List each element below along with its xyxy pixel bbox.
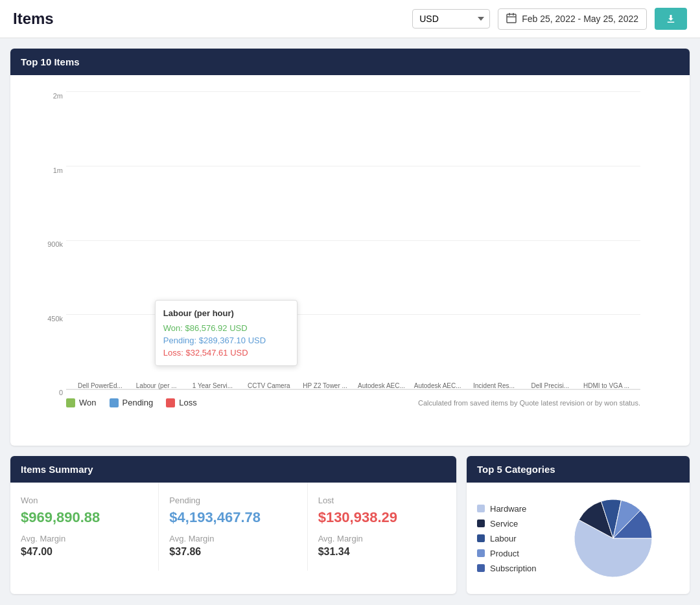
won-margin-value: $47.00 bbox=[21, 546, 148, 558]
y-label: 900k bbox=[27, 240, 63, 248]
chart-tooltip: Labour (per hour) Won: $86,576.92 USD Pe… bbox=[155, 300, 298, 366]
lost-value: $130,938.29 bbox=[318, 509, 446, 526]
currency-select[interactable]: USD EUR GBP AUD bbox=[412, 9, 490, 29]
date-range-picker[interactable]: Feb 25, 2022 - May 25, 2022 bbox=[498, 8, 647, 30]
bar-group-1[interactable]: Dell PowerEd... bbox=[73, 378, 128, 389]
loss-color-swatch bbox=[166, 398, 175, 407]
bars-container: Dell PowerEd... Labour (per ... bbox=[66, 92, 640, 389]
pending-margin-value: $37.86 bbox=[169, 546, 296, 558]
product-label: Product bbox=[490, 549, 519, 558]
legend-loss: Loss bbox=[166, 398, 196, 407]
date-range-text: Feb 25, 2022 - May 25, 2022 bbox=[522, 14, 638, 24]
download-button[interactable] bbox=[655, 8, 687, 30]
page-title: Items bbox=[13, 10, 54, 28]
legend-loss-label: Loss bbox=[179, 398, 196, 407]
bar-group-8[interactable]: Incident Res... bbox=[467, 378, 522, 389]
pie-legend: Hardware Service Labour Product bbox=[477, 504, 537, 573]
main-content: Top 10 Items 2m 1m 900k 450k 0 bbox=[0, 38, 700, 605]
tooltip-loss: Loss: $32,547.61 USD bbox=[163, 348, 289, 358]
bar-label-6: Autodesk AEC... bbox=[354, 382, 409, 389]
tooltip-won: Won: $86,576.92 USD bbox=[163, 323, 289, 333]
chart-note: Calculated from saved items by Quote lat… bbox=[418, 399, 640, 407]
calendar-icon bbox=[506, 13, 517, 25]
labour-label: Labour bbox=[490, 534, 516, 543]
bar-group-4[interactable]: CCTV Camera bbox=[241, 378, 296, 389]
legend-pending: Pending bbox=[110, 398, 154, 407]
bar-group-5[interactable]: HP Z2 Tower ... bbox=[298, 378, 353, 389]
bar-label-9: Dell Precisi... bbox=[522, 382, 578, 389]
won-label: Won bbox=[21, 496, 148, 505]
bar-label-4: CCTV Camera bbox=[241, 382, 296, 389]
tooltip-title: Labour (per hour) bbox=[163, 308, 289, 318]
legend-won-label: Won bbox=[79, 398, 97, 407]
hardware-label: Hardware bbox=[490, 504, 526, 514]
chart-legend: Won Pending Loss Calculated from saved i… bbox=[66, 398, 640, 407]
top10-card-header: Top 10 Items bbox=[10, 49, 690, 75]
pie-legend-item-product: Product bbox=[477, 549, 537, 558]
summary-grid: Won $969,890.88 Avg. Margin $47.00 Pendi… bbox=[10, 483, 456, 571]
pie-chart-container bbox=[547, 493, 679, 584]
pie-legend-item-service: Service bbox=[477, 519, 537, 529]
pie-chart bbox=[568, 493, 659, 584]
pending-margin-label: Avg. Margin bbox=[169, 534, 296, 543]
service-label: Service bbox=[490, 519, 518, 529]
items-summary-header: Items Summary bbox=[10, 456, 456, 483]
won-margin-label: Avg. Margin bbox=[21, 534, 148, 543]
subscription-label: Subscription bbox=[490, 564, 537, 573]
bar-label-1: Dell PowerEd... bbox=[73, 382, 128, 389]
pie-legend-item-labour: Labour bbox=[477, 534, 537, 543]
pending-value: $4,193,467.78 bbox=[169, 509, 296, 526]
chart-area: Dell PowerEd... Labour (per ... bbox=[66, 92, 640, 390]
bar-label-8: Incident Res... bbox=[467, 382, 522, 389]
y-label: 1m bbox=[27, 166, 63, 174]
header: Items USD EUR GBP AUD Feb 25, 2022 - May bbox=[0, 0, 700, 38]
hardware-color bbox=[477, 505, 485, 512]
top10-card-body: 2m 1m 900k 450k 0 bbox=[10, 75, 690, 446]
bar-label-2: Labour (per ... bbox=[129, 382, 184, 389]
y-label: 450k bbox=[27, 315, 63, 323]
bar-group-9[interactable]: Dell Precisi... bbox=[522, 378, 578, 389]
legend-pending-label: Pending bbox=[122, 398, 154, 407]
pie-legend-item-subscription: Subscription bbox=[477, 564, 537, 573]
pie-legend-item-hardware: Hardware bbox=[477, 504, 537, 514]
header-controls: USD EUR GBP AUD Feb 25, 2022 - May 25, 2… bbox=[412, 8, 687, 30]
bar-label-10: HDMI to VGA ... bbox=[579, 382, 634, 389]
bar-label-3: 1 Year Servi... bbox=[185, 382, 240, 389]
product-color bbox=[477, 549, 485, 557]
items-summary-card: Items Summary Won $969,890.88 Avg. Margi… bbox=[10, 456, 456, 594]
summary-lost-cell: Lost $130,938.29 Avg. Margin $31.34 bbox=[308, 483, 456, 571]
labour-color bbox=[477, 534, 485, 542]
summary-won-cell: Won $969,890.88 Avg. Margin $47.00 bbox=[10, 483, 159, 571]
svg-rect-0 bbox=[507, 14, 516, 23]
pie-card-body: Hardware Service Labour Product bbox=[467, 483, 690, 594]
service-color bbox=[477, 519, 485, 527]
pending-color-swatch bbox=[110, 398, 119, 407]
bar-label-7: Autodesk AEC... bbox=[410, 382, 465, 389]
pending-label: Pending bbox=[169, 496, 296, 505]
top5-categories-header: Top 5 Categories bbox=[467, 456, 690, 483]
summary-data-grid: Won $969,890.88 Avg. Margin $47.00 Pendi… bbox=[10, 483, 456, 571]
y-label: 2m bbox=[27, 92, 63, 100]
bar-group-2[interactable]: Labour (per ... Labour (per hour) Won: $… bbox=[129, 378, 184, 389]
bar-group-3[interactable]: 1 Year Servi... bbox=[185, 378, 240, 389]
bar-group-7[interactable]: Autodesk AEC... bbox=[410, 378, 465, 389]
bar-group-6[interactable]: Autodesk AEC... bbox=[354, 378, 409, 389]
chart-container: 2m 1m 900k 450k 0 bbox=[21, 86, 679, 435]
lost-label: Lost bbox=[318, 496, 446, 505]
bar-group-10[interactable]: HDMI to VGA ... bbox=[579, 378, 634, 389]
legend-won: Won bbox=[66, 398, 97, 407]
top5-categories-card: Top 5 Categories Hardware Service Labour bbox=[467, 456, 690, 594]
summary-pending-cell: Pending $4,193,467.78 Avg. Margin $37.86 bbox=[159, 483, 307, 571]
subscription-color bbox=[477, 564, 485, 572]
bottom-grid: Items Summary Won $969,890.88 Avg. Margi… bbox=[10, 456, 690, 604]
top10-card: Top 10 Items 2m 1m 900k 450k 0 bbox=[10, 49, 690, 446]
tooltip-pending: Pending: $289,367.10 USD bbox=[163, 336, 289, 345]
lost-margin-value: $31.34 bbox=[318, 546, 446, 558]
bar-label-5: HP Z2 Tower ... bbox=[298, 382, 353, 389]
y-label: 0 bbox=[27, 389, 63, 396]
y-axis: 2m 1m 900k 450k 0 bbox=[27, 92, 63, 396]
won-color-swatch bbox=[66, 398, 75, 407]
lost-margin-label: Avg. Margin bbox=[318, 534, 446, 543]
won-value: $969,890.88 bbox=[21, 509, 148, 526]
